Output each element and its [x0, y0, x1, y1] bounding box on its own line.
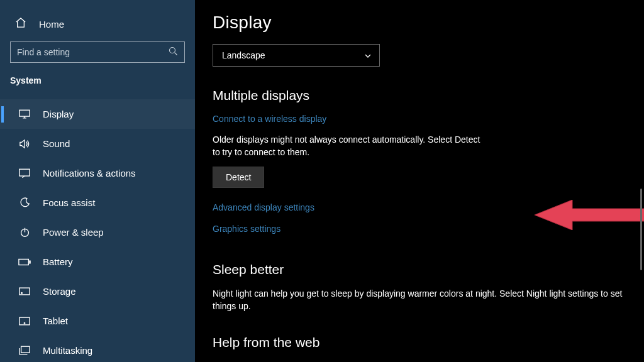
display-icon — [18, 109, 31, 119]
notifications-icon — [18, 168, 31, 178]
sidebar-item-label: Notifications & actions — [43, 168, 181, 178]
storage-icon — [18, 287, 31, 295]
sleep-better-heading: Sleep better — [213, 262, 626, 277]
sidebar-item-label: Focus assist — [43, 197, 181, 208]
svg-rect-4 — [19, 259, 28, 265]
sleep-better-body: Night light can help you get to sleep by… — [213, 287, 626, 313]
sidebar-item-sound[interactable]: Sound — [0, 129, 195, 158]
orientation-select[interactable]: Landscape — [213, 44, 380, 67]
svg-point-0 — [170, 48, 175, 53]
graphics-settings-link[interactable]: Graphics settings — [213, 224, 280, 234]
sidebar-item-multitasking[interactable]: Multitasking — [0, 336, 195, 362]
svg-point-9 — [24, 322, 25, 323]
scrollbar-thumb[interactable] — [640, 189, 642, 270]
sidebar-item-storage[interactable]: Storage — [0, 277, 195, 306]
home-label: Home — [39, 19, 64, 30]
sidebar-item-tablet[interactable]: Tablet — [0, 306, 195, 336]
advanced-display-link[interactable]: Advanced display settings — [213, 202, 314, 212]
detect-help-text: Older displays might not always connect … — [213, 133, 483, 159]
connect-wireless-link[interactable]: Connect to a wireless display — [213, 114, 326, 124]
sidebar-item-label: Multitasking — [43, 345, 181, 356]
main-content: Display Landscape Multiple displays Conn… — [195, 0, 644, 362]
sidebar-nav: Display Sound Notifications & actions — [0, 99, 195, 362]
sidebar-item-battery[interactable]: Battery — [0, 247, 195, 277]
svg-rect-1 — [19, 110, 30, 116]
sidebar-item-display[interactable]: Display — [0, 99, 195, 129]
sidebar-item-label: Tablet — [43, 315, 181, 326]
focus-assist-icon — [18, 197, 31, 208]
tablet-icon — [18, 317, 31, 326]
detect-button-label: Detect — [226, 172, 251, 182]
sound-icon — [18, 139, 31, 149]
sidebar-item-label: Battery — [43, 256, 181, 267]
svg-rect-2 — [19, 169, 30, 176]
help-from-web-heading: Help from the web — [213, 335, 626, 350]
multitasking-icon — [18, 346, 31, 355]
svg-rect-6 — [19, 288, 30, 295]
search-input[interactable]: Find a setting — [10, 41, 185, 63]
settings-sidebar: Home Find a setting System Display — [0, 0, 195, 362]
home-nav[interactable]: Home — [0, 18, 195, 41]
power-icon — [18, 227, 31, 238]
multiple-displays-heading: Multiple displays — [213, 88, 626, 103]
battery-icon — [18, 258, 31, 266]
sidebar-section-label: System — [0, 75, 195, 99]
active-indicator — [1, 106, 4, 123]
sidebar-item-label: Sound — [43, 138, 181, 149]
sidebar-item-label: Display — [43, 109, 181, 119]
chevron-down-icon — [364, 52, 372, 59]
sidebar-item-power-sleep[interactable]: Power & sleep — [0, 217, 195, 247]
orientation-value: Landscape — [222, 50, 265, 60]
sidebar-item-notifications[interactable]: Notifications & actions — [0, 158, 195, 188]
search-placeholder: Find a setting — [17, 47, 70, 57]
sidebar-item-focus-assist[interactable]: Focus assist — [0, 188, 195, 217]
sidebar-item-label: Storage — [43, 286, 181, 297]
search-icon — [169, 47, 178, 58]
svg-rect-10 — [21, 346, 30, 353]
svg-rect-5 — [29, 261, 30, 263]
sidebar-item-label: Power & sleep — [43, 227, 181, 238]
page-title: Display — [213, 13, 626, 33]
svg-point-7 — [21, 292, 23, 293]
detect-button[interactable]: Detect — [213, 167, 264, 188]
annotation-arrow-icon — [535, 200, 644, 230]
home-icon — [14, 18, 28, 30]
